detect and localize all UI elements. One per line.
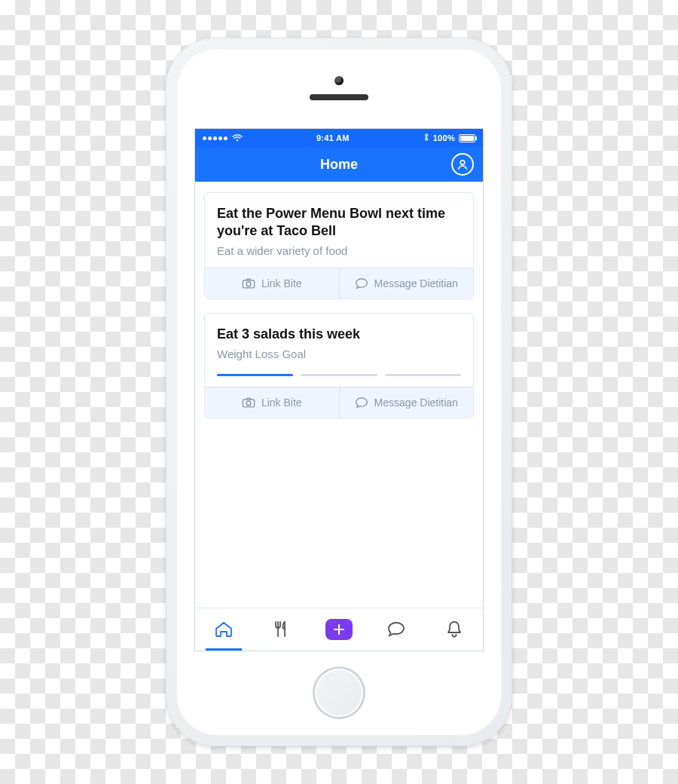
svg-point-3 — [246, 282, 251, 286]
goal-card-subtitle: Eat a wider variety of food — [217, 244, 461, 257]
device-inner: 9:41 AM 100% Home — [176, 48, 502, 736]
svg-point-0 — [237, 139, 238, 141]
battery-icon — [459, 134, 475, 142]
tab-bar — [195, 608, 483, 651]
link-bite-label: Link Bite — [261, 397, 302, 409]
camera-icon — [242, 397, 255, 409]
message-dietitian-button[interactable]: Message Dietitian — [339, 387, 474, 418]
goal-card[interactable]: Eat 3 salads this week Weight Loss Goal — [204, 313, 474, 418]
message-dietitian-button[interactable]: Message Dietitian — [339, 268, 474, 299]
signal-icon — [203, 136, 228, 140]
chat-icon — [355, 277, 368, 289]
tab-home[interactable] — [195, 608, 252, 651]
camera-dot — [334, 76, 344, 85]
device-frame: 9:41 AM 100% Home — [166, 38, 512, 746]
goal-card-actions: Link Bite Message Dietitian — [205, 387, 473, 418]
goal-card-body: Eat the Power Menu Bowl next time you're… — [205, 193, 473, 268]
tab-notifications[interactable] — [426, 608, 483, 651]
goal-card-actions: Link Bite Message Dietitian — [205, 268, 473, 299]
status-bar: 9:41 AM 100% — [195, 129, 483, 147]
speaker-slot — [310, 94, 368, 100]
fork-knife-icon — [272, 620, 292, 639]
status-left — [203, 134, 243, 142]
link-bite-label: Link Bite — [261, 277, 302, 289]
page-title: Home — [320, 157, 358, 173]
camera-icon — [242, 277, 255, 289]
link-bite-button[interactable]: Link Bite — [205, 387, 339, 418]
goal-card-subtitle: Weight Loss Goal — [217, 348, 461, 360]
nav-bar: Home — [195, 147, 483, 182]
goal-card[interactable]: Eat the Power Menu Bowl next time you're… — [204, 192, 474, 299]
add-button[interactable] — [325, 619, 353, 640]
tab-meals[interactable] — [252, 608, 310, 651]
progress-segment-completed — [217, 374, 293, 376]
svg-point-1 — [460, 161, 465, 165]
profile-icon — [457, 158, 469, 170]
tab-messages[interactable] — [368, 608, 425, 651]
profile-button[interactable] — [451, 153, 474, 176]
progress-segment — [385, 374, 461, 376]
message-dietitian-label: Message Dietitian — [374, 277, 458, 289]
bluetooth-icon — [423, 133, 429, 143]
message-dietitian-label: Message Dietitian — [374, 397, 458, 409]
chat-icon — [386, 620, 406, 639]
device-top-hardware — [176, 48, 502, 124]
content-area: Eat the Power Menu Bowl next time you're… — [195, 182, 483, 608]
wifi-icon — [232, 134, 243, 142]
goal-progress — [217, 374, 461, 376]
goal-card-title: Eat the Power Menu Bowl next time you're… — [217, 205, 461, 240]
home-icon — [214, 620, 234, 639]
svg-point-5 — [246, 401, 251, 406]
link-bite-button[interactable]: Link Bite — [205, 268, 339, 299]
plus-icon — [333, 623, 345, 635]
screen: 9:41 AM 100% Home — [194, 128, 484, 651]
tab-add[interactable] — [310, 608, 368, 651]
progress-segment — [301, 374, 377, 376]
status-time: 9:41 AM — [316, 133, 350, 142]
goal-card-title: Eat 3 salads this week — [217, 326, 461, 343]
battery-percent: 100% — [433, 133, 455, 142]
chat-icon — [355, 397, 368, 409]
home-hardware-button[interactable] — [313, 666, 365, 719]
goal-card-body: Eat 3 salads this week Weight Loss Goal — [205, 314, 473, 387]
bell-icon — [445, 620, 463, 639]
status-right: 100% — [423, 133, 475, 143]
